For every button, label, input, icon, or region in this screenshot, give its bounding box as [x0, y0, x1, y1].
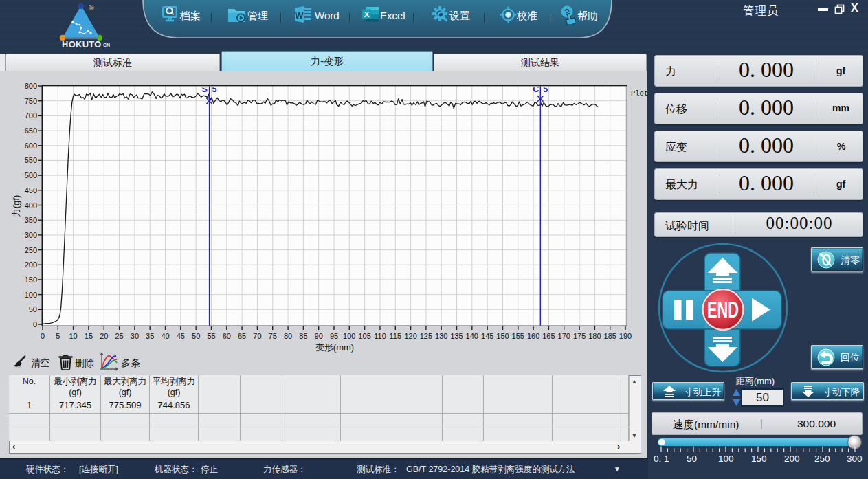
svg-text:170: 170: [558, 332, 570, 340]
svg-text:105: 105: [358, 332, 370, 340]
svg-text:50: 50: [29, 305, 37, 313]
svg-text:60: 60: [223, 332, 231, 340]
svg-text:15: 15: [85, 332, 93, 340]
svg-text:30: 30: [131, 332, 139, 340]
svg-text:500: 500: [25, 171, 37, 179]
svg-text:35: 35: [146, 332, 154, 340]
svg-text:115: 115: [390, 332, 402, 340]
svg-text:750: 750: [25, 97, 37, 105]
svg-text:400: 400: [25, 201, 37, 210]
svg-text:800: 800: [25, 82, 37, 90]
svg-text:185: 185: [604, 332, 616, 340]
svg-text:85: 85: [299, 332, 307, 340]
svg-text:550: 550: [25, 156, 37, 164]
svg-text:55: 55: [207, 332, 215, 340]
svg-text:HOKUTO: HOKUTO: [62, 39, 102, 49]
svg-text:Plot: Plot: [631, 89, 648, 98]
svg-text:135: 135: [450, 332, 463, 340]
svg-text:CN: CN: [103, 43, 110, 47]
svg-text:25: 25: [115, 332, 123, 340]
svg-text:600: 600: [25, 142, 37, 150]
svg-text:80: 80: [284, 332, 292, 340]
svg-text:120: 120: [404, 332, 416, 340]
svg-text:5: 5: [56, 332, 60, 340]
svg-text:65: 65: [238, 332, 246, 340]
svg-text:®: ®: [89, 4, 94, 12]
svg-text:110: 110: [374, 332, 386, 340]
svg-text:450: 450: [25, 186, 37, 194]
svg-text:650: 650: [25, 126, 37, 135]
svg-text:100: 100: [343, 332, 355, 340]
svg-text:130: 130: [435, 332, 447, 340]
svg-text:45: 45: [177, 332, 185, 340]
svg-text:变形(mm): 变形(mm): [315, 342, 354, 353]
svg-text:0: 0: [33, 320, 37, 328]
svg-text:300: 300: [25, 231, 37, 239]
svg-text:700: 700: [25, 111, 37, 120]
svg-text:200: 200: [25, 260, 37, 269]
svg-text:190: 190: [619, 332, 632, 340]
svg-text:160: 160: [527, 332, 539, 340]
svg-text:10: 10: [69, 332, 77, 340]
svg-text:180: 180: [588, 332, 601, 340]
svg-text:145: 145: [481, 332, 493, 340]
svg-text:X: X: [364, 10, 370, 19]
svg-text:90: 90: [315, 332, 323, 340]
svg-text:W: W: [295, 10, 304, 21]
svg-text:150: 150: [25, 276, 37, 284]
svg-text:100: 100: [25, 291, 37, 299]
svg-text:50: 50: [192, 332, 200, 340]
svg-text:125: 125: [420, 332, 432, 340]
svg-text:250: 250: [25, 246, 37, 254]
svg-text:350: 350: [25, 216, 37, 224]
svg-text:150: 150: [496, 332, 509, 340]
svg-text:75: 75: [269, 332, 277, 340]
svg-text:95: 95: [330, 332, 338, 340]
svg-text:0: 0: [41, 332, 45, 340]
svg-text:20: 20: [100, 332, 108, 340]
svg-text:70: 70: [253, 332, 261, 340]
svg-text:155: 155: [512, 332, 524, 340]
svg-text:165: 165: [542, 332, 555, 340]
svg-text:力(gf): 力(gf): [11, 195, 21, 218]
svg-text:175: 175: [573, 332, 586, 340]
svg-text:END: END: [707, 297, 739, 322]
svg-text:140: 140: [466, 332, 478, 340]
svg-text:40: 40: [161, 332, 169, 340]
